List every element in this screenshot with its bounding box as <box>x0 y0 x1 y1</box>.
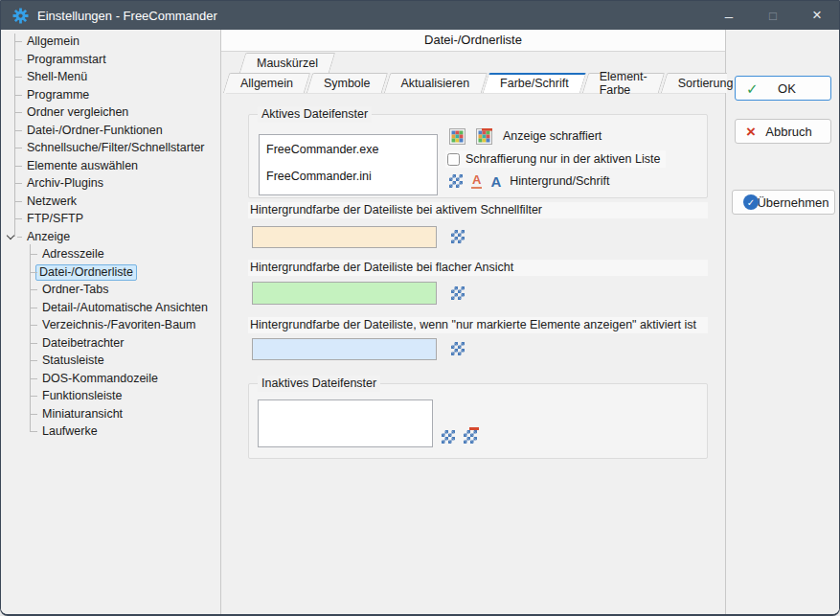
sidebar-item-schnellsuche[interactable]: Schnellsuche/Filter/Schnellstarter <box>1 139 218 157</box>
sidebar-item-dateibetrachter[interactable]: Dateibetrachter <box>1 334 218 353</box>
inactive-preview-list[interactable] <box>258 399 433 447</box>
hatch-display-label: Anzeige schraffiert <box>503 129 602 143</box>
sidebar-item-ordner-tabs[interactable]: Ordner-Tabs <box>1 281 218 299</box>
sidebar-item-adresszeile[interactable]: Adresszeile <box>1 245 218 263</box>
ok-button[interactable]: ✓ OK <box>735 76 831 101</box>
minimize-button[interactable]: – <box>707 1 751 30</box>
marked-only-bg-label: Hintergrundfarbe der Dateiliste, wenn "n… <box>248 317 708 333</box>
group-title: Inaktives Dateifenster <box>258 376 380 392</box>
tab-allgemein[interactable]: Allgemein <box>226 73 307 93</box>
list-item[interactable]: FreeCommander.ini <box>260 170 437 183</box>
hatch-only-active-label: Schraffierung nur in der aktiven Liste <box>465 152 660 166</box>
sidebar-item-statusleiste[interactable]: Statusleiste <box>1 352 218 370</box>
flatview-color-picker-icon[interactable] <box>451 286 465 300</box>
sidebar-item-elemente-auswaehlen[interactable]: Elemente auswählen <box>1 157 218 175</box>
quickfilter-color-picker-icon[interactable] <box>451 230 465 243</box>
inactive-color-reset-icon[interactable] <box>464 430 477 444</box>
inactive-filepanel-group: Inaktives Dateifenster <box>248 383 708 459</box>
cancel-x-icon: × <box>746 125 756 139</box>
quickfilter-bg-label: Hintergrundfarbe der Dateiliste bei akti… <box>248 202 708 218</box>
cancel-button[interactable]: × Abbruch <box>735 119 831 144</box>
group-title: Aktives Dateifenster <box>258 106 372 123</box>
close-button[interactable]: × <box>795 1 839 30</box>
color-scheme-icon[interactable] <box>449 128 465 145</box>
tab-mauskuerzel[interactable]: Mauskürzel <box>242 53 332 73</box>
tab-strip: Mauskürzel Allgemein Symbole Aktualisier… <box>221 52 725 94</box>
sidebar-item-shell-menu[interactable]: Shell-Menü <box>1 68 218 86</box>
sidebar-item-archiv-plugins[interactable]: Archiv-Plugins <box>1 174 218 193</box>
maximize-button[interactable]: □ <box>751 1 795 30</box>
flatview-bg-label: Hintergrundfarbe der Dateiliste bei flac… <box>248 260 708 276</box>
sidebar-item-programmstart[interactable]: Programmstart <box>1 51 218 69</box>
tab-symbole[interactable]: Symbole <box>309 73 385 93</box>
settings-category-tree: Allgemein Programmstart Shell-Menü Progr… <box>1 30 221 614</box>
sidebar-item-detail-ansichten[interactable]: Detail-/Automatische Ansichten <box>1 299 218 317</box>
tab-aktualisieren[interactable]: Aktualisieren <box>387 73 485 93</box>
tab-element-farbe[interactable]: Element-Farbe <box>585 73 662 93</box>
background-font-label: Hintergrund/Schrift <box>510 174 609 188</box>
list-item[interactable]: FreeCommander.exe <box>260 143 437 156</box>
sidebar-item-verzeichnis-baum[interactable]: Verzeichnis-/Favoriten-Baum <box>1 316 218 334</box>
flatview-bg-swatch[interactable] <box>252 282 437 305</box>
font-select-icon[interactable]: A <box>490 174 501 189</box>
marked-only-color-picker-icon[interactable] <box>451 342 465 355</box>
file-color-preview-list[interactable]: FreeCommander.exe FreeCommander.ini <box>259 134 438 195</box>
sidebar-item-dos-kommandozeile[interactable]: DOS-Kommandozeile <box>1 370 218 388</box>
apply-check-icon: ✓ <box>743 194 759 210</box>
main-panel: Datei-/Ordnerliste Mauskürzel Allgemein … <box>221 30 726 614</box>
sidebar-item-datei-ordner-funktionen[interactable]: Datei-/Ordner-Funktionen <box>1 122 218 140</box>
color-scheme-hatched-icon[interactable] <box>476 128 492 145</box>
sidebar-item-laufwerke[interactable]: Laufwerke <box>1 422 218 441</box>
page-title: Datei-/Ordnerliste <box>221 30 725 52</box>
hatch-only-active-checkbox[interactable] <box>447 153 460 166</box>
dialog-buttons-panel: ✓ OK × Abbruch ✓ Übernehmen <box>727 30 839 614</box>
sidebar-item-funktionsleiste[interactable]: Funktionsleiste <box>1 387 218 405</box>
chevron-down-icon[interactable] <box>7 232 14 240</box>
sidebar-item-ftp-sftp[interactable]: FTP/SFTP <box>1 210 218 228</box>
settings-gear-icon <box>12 8 29 24</box>
font-color-icon[interactable]: A <box>471 174 482 189</box>
background-color-picker-icon[interactable] <box>449 174 463 188</box>
sidebar-item-datei-ordnerliste[interactable]: Datei-/Ordnerliste <box>1 263 218 282</box>
sidebar-item-netzwerk[interactable]: Netzwerk <box>1 193 218 211</box>
ok-check-icon: ✓ <box>746 81 759 96</box>
settings-dialog: Einstellungen - FreeCommander – □ × Allg… <box>0 0 840 616</box>
tab-farbe-schrift[interactable]: Farbe/Schrift <box>486 73 583 93</box>
sidebar-item-ordner-vergleichen[interactable]: Ordner vergleichen <box>1 103 218 122</box>
window-title: Einstellungen - FreeCommander <box>37 9 217 23</box>
apply-button[interactable]: ✓ Übernehmen <box>732 190 835 215</box>
quickfilter-bg-swatch[interactable] <box>252 226 437 248</box>
marked-only-bg-swatch[interactable] <box>252 338 437 360</box>
tab-content: Aktives Dateifenster FreeCommander.exe F… <box>221 94 725 614</box>
sidebar-item-allgemein[interactable]: Allgemein <box>1 33 218 51</box>
sidebar-item-programme[interactable]: Programme <box>1 86 218 104</box>
sidebar-item-miniaturansicht[interactable]: Miniaturansicht <box>1 405 218 423</box>
inactive-background-color-picker-icon[interactable] <box>442 430 455 444</box>
sidebar-item-anzeige[interactable]: Anzeige <box>1 228 218 246</box>
active-filepanel-group: Aktives Dateifenster FreeCommander.exe F… <box>248 114 708 198</box>
title-bar: Einstellungen - FreeCommander – □ × <box>1 1 839 30</box>
